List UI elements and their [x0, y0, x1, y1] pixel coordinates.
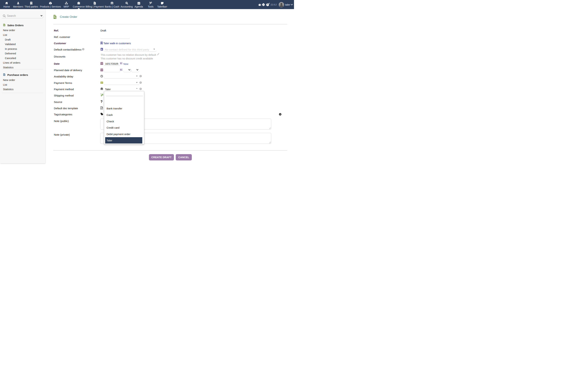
svg-text:?: ? — [267, 3, 268, 6]
svg-text:$: $ — [94, 3, 95, 4]
svg-text:$: $ — [101, 82, 102, 83]
svg-text:$: $ — [126, 2, 127, 4]
